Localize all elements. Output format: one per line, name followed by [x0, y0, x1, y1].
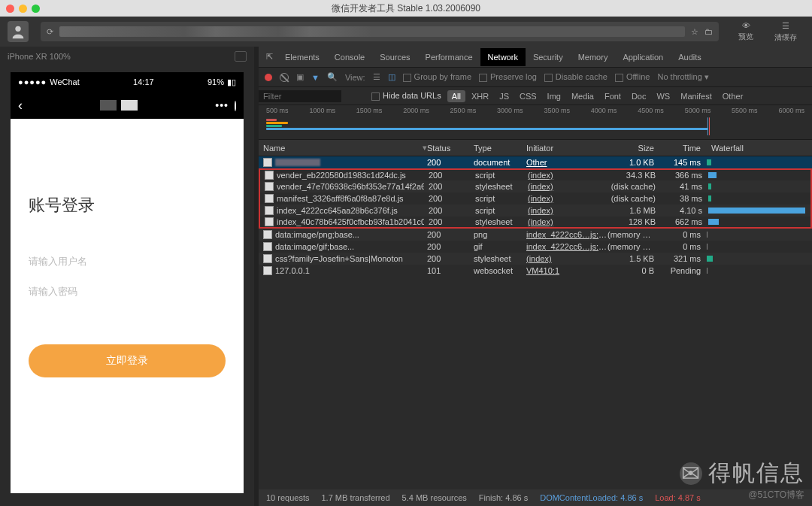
- tab-console[interactable]: Console: [327, 48, 372, 66]
- login-button[interactable]: 立即登录: [29, 344, 226, 377]
- chip-font[interactable]: Font: [600, 90, 626, 102]
- col-type[interactable]: Type: [474, 144, 526, 153]
- col-status[interactable]: Status: [427, 144, 474, 153]
- filter-input[interactable]: [259, 90, 341, 102]
- close-icon[interactable]: [6, 5, 14, 13]
- col-initiator[interactable]: Initiator: [526, 144, 607, 153]
- tab-application[interactable]: Application: [615, 48, 671, 66]
- clear-icon[interactable]: [280, 73, 289, 82]
- topbar: ⟳ ☆ 🗀 👁 预览 ☰ 清缓存: [0, 17, 812, 47]
- search-icon[interactable]: 🔍: [327, 72, 338, 82]
- chip-manifest[interactable]: Manifest: [676, 90, 717, 102]
- request-status: 200: [427, 242, 474, 251]
- tab-security[interactable]: Security: [526, 48, 571, 66]
- star-icon[interactable]: ☆: [691, 27, 698, 37]
- request-status: 200: [427, 230, 474, 239]
- chip-media[interactable]: Media: [567, 90, 598, 102]
- battery-icon: ▮▯: [227, 77, 236, 87]
- table-row[interactable]: vender_47e706938c96bf353e77a14f2a6895a7.…: [259, 180, 812, 192]
- request-initiator[interactable]: Other: [526, 158, 607, 167]
- waterfall-cell: [708, 207, 810, 214]
- tab-memory[interactable]: Memory: [571, 48, 616, 66]
- request-initiator[interactable]: (index): [528, 206, 609, 215]
- col-waterfall[interactable]: Waterfall: [707, 144, 812, 153]
- chip-xhr[interactable]: XHR: [467, 90, 493, 102]
- folder-icon[interactable]: 🗀: [704, 27, 713, 36]
- close-circle-icon[interactable]: [235, 101, 236, 111]
- chip-js[interactable]: JS: [495, 90, 514, 102]
- chip-other[interactable]: Other: [718, 90, 748, 102]
- maximize-icon[interactable]: [32, 5, 40, 13]
- hide-dataurls-checkbox[interactable]: [371, 92, 380, 101]
- col-size[interactable]: Size: [607, 144, 660, 153]
- col-name[interactable]: Name: [259, 144, 423, 153]
- expand-icon[interactable]: [235, 51, 247, 62]
- tick: 1500 ms: [356, 107, 383, 114]
- tick: 2000 ms: [403, 107, 429, 114]
- request-initiator[interactable]: (index): [528, 171, 609, 180]
- request-time: 0 ms: [660, 242, 707, 251]
- tab-network[interactable]: Network: [480, 48, 526, 66]
- address-bar[interactable]: ⟳ ☆ 🗀: [41, 22, 719, 41]
- table-row[interactable]: vender_eb220580d1983c1d24dc.js200script(…: [259, 168, 812, 180]
- file-icon: [265, 206, 274, 215]
- group-frame-checkbox[interactable]: [403, 74, 411, 82]
- request-initiator[interactable]: VM410:1: [526, 266, 607, 275]
- table-row[interactable]: data:image/png;base...200pngindex_4222cc…: [259, 229, 812, 241]
- throttling-select[interactable]: No throttling ▾: [657, 72, 708, 82]
- chip-img[interactable]: Img: [543, 90, 565, 102]
- chip-ws[interactable]: WS: [652, 90, 674, 102]
- inspect-icon[interactable]: ⇱: [263, 52, 276, 62]
- request-status: 200: [429, 206, 475, 215]
- table-row[interactable]: index_4222cc645aa28b6c376f.js200script(i…: [259, 205, 812, 217]
- list-view-icon[interactable]: ☰: [373, 72, 380, 82]
- reload-icon[interactable]: ⟳: [47, 27, 53, 37]
- tab-elements[interactable]: Elements: [277, 48, 327, 66]
- back-icon[interactable]: ‹: [18, 98, 23, 114]
- menu-icon[interactable]: •••: [215, 99, 229, 111]
- overview-timeline[interactable]: 500 ms1000 ms1500 ms2000 ms2500 ms3000 m…: [259, 105, 812, 140]
- record-icon[interactable]: [265, 74, 272, 81]
- request-initiator[interactable]: (index): [528, 217, 609, 226]
- request-initiator[interactable]: (index): [526, 254, 607, 263]
- request-initiator[interactable]: (index): [528, 182, 609, 191]
- request-status: 200: [429, 182, 475, 191]
- table-row[interactable]: data:image/gif;base...200gifindex_4222cc…: [259, 241, 812, 253]
- tab-performance[interactable]: Performance: [418, 48, 480, 66]
- filter-icon[interactable]: ▼: [311, 73, 320, 82]
- chip-doc[interactable]: Doc: [627, 90, 651, 102]
- request-status: 200: [427, 158, 474, 167]
- disable-cache-checkbox[interactable]: [544, 74, 553, 82]
- username-input[interactable]: [29, 247, 226, 277]
- offline-checkbox[interactable]: [615, 74, 623, 82]
- camera-icon[interactable]: ▣: [296, 72, 304, 82]
- table-row[interactable]: 200documentOther1.0 KB145 ms: [259, 156, 812, 168]
- avatar[interactable]: [8, 21, 29, 42]
- request-initiator[interactable]: index_4222cc6…js:54: [526, 230, 607, 239]
- chip-css[interactable]: CSS: [515, 90, 541, 102]
- clear-cache-button[interactable]: ☰ 清缓存: [767, 21, 804, 43]
- request-type: stylesheet: [475, 217, 528, 226]
- request-initiator[interactable]: index_4222cc6…js:54: [526, 242, 607, 251]
- password-input[interactable]: [29, 277, 226, 307]
- tab-sources[interactable]: Sources: [372, 48, 417, 66]
- device-label[interactable]: iPhone XR 100%: [8, 52, 71, 61]
- table-row[interactable]: css?family=Josefin+Sans|Monoton200styles…: [259, 253, 812, 265]
- preview-button[interactable]: 👁 预览: [731, 21, 761, 42]
- table-row[interactable]: manifest_3326aff8f6a0f8a87e8d.js200scrip…: [259, 192, 812, 205]
- chip-all[interactable]: All: [447, 90, 465, 102]
- col-time[interactable]: Time: [660, 144, 707, 153]
- request-status: 200: [429, 171, 475, 180]
- request-time: 662 ms: [662, 217, 708, 226]
- view-label: View:: [345, 73, 365, 82]
- table-row[interactable]: 127.0.0.1101websocketVM410:10 BPending: [259, 265, 812, 277]
- table-row[interactable]: index_40c78b6425f0cfbcb93fa1b2041c0c55.c…: [259, 217, 812, 229]
- minimize-icon[interactable]: [19, 5, 27, 13]
- request-type: script: [475, 171, 528, 180]
- request-initiator[interactable]: (index): [528, 194, 609, 203]
- tab-audits[interactable]: Audits: [671, 48, 709, 66]
- timeline-view-icon[interactable]: ◫: [388, 72, 395, 82]
- request-time: 0 ms: [660, 230, 707, 239]
- preserve-log-checkbox[interactable]: [479, 74, 487, 82]
- request-size: 0 B: [607, 266, 660, 275]
